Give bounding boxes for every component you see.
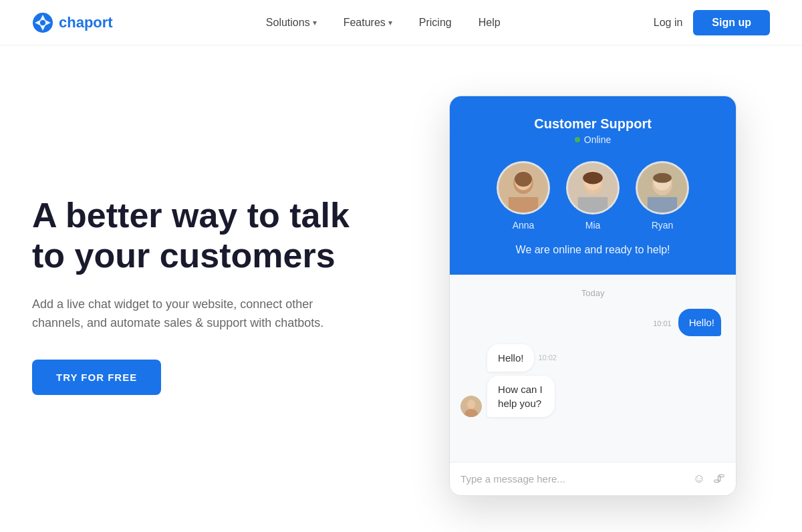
agent-ryan-avatar: [636, 161, 689, 215]
solutions-chevron-icon: ▾: [313, 18, 317, 27]
features-nav-item[interactable]: Features ▾: [333, 11, 403, 34]
agents-list: Anna: [463, 161, 722, 231]
logo-icon: [32, 12, 53, 33]
chat-input-placeholder[interactable]: Type a message here...: [460, 473, 693, 485]
attachment-icon[interactable]: 🖇: [713, 472, 725, 486]
help-nav-item[interactable]: Help: [468, 11, 511, 34]
agent-small-avatar: [460, 396, 482, 417]
hero-right: Customer Support Online: [416, 96, 770, 496]
incoming-bubble-2: How can I help you?: [487, 376, 555, 417]
chat-widget: Customer Support Online: [449, 96, 737, 496]
chat-footer: Type a message here... ☺ 🖇: [450, 462, 736, 495]
incoming-bubbles: Hello! 10:02 How can I help you?: [487, 344, 599, 417]
outgoing-time: 10:01: [653, 319, 672, 327]
incoming-message-group: Hello! 10:02 How can I help you?: [460, 344, 725, 417]
svg-point-1: [40, 20, 45, 25]
logo-text: chaport: [59, 14, 113, 31]
emoji-icon[interactable]: ☺: [693, 472, 705, 486]
try-for-free-button[interactable]: TRY FOR FREE: [32, 360, 161, 395]
agent-anna-avatar: [497, 161, 550, 215]
nav-links: Solutions ▾ Features ▾ Pricing Help: [255, 11, 511, 34]
incoming-message-row-1: Hello! 10:02 How can I help you?: [460, 344, 599, 417]
online-status-dot: [575, 137, 580, 142]
svg-point-5: [515, 171, 532, 186]
outgoing-bubble: Hello!: [678, 309, 722, 336]
login-link[interactable]: Log in: [654, 17, 683, 29]
incoming-bubble-1: Hello!: [487, 344, 534, 372]
incoming-bubble-row-1: Hello! 10:02: [487, 344, 599, 372]
logo[interactable]: chaport: [32, 12, 113, 33]
svg-point-19: [653, 172, 672, 182]
agent-anna-name: Anna: [513, 220, 535, 231]
pricing-nav-item[interactable]: Pricing: [408, 11, 462, 34]
online-status-text: Online: [584, 134, 611, 145]
incoming-time-1: 10:02: [538, 354, 557, 362]
hero-section: A better way to talk to your customers A…: [0, 45, 802, 532]
svg-point-21: [467, 400, 475, 409]
outgoing-message-row: 10:01 Hello!: [653, 309, 725, 336]
chat-header: Customer Support Online: [450, 96, 736, 275]
agent-mia-name: Mia: [585, 220, 601, 231]
agent-mia-avatar: [566, 161, 620, 215]
svg-point-13: [583, 171, 603, 184]
chat-widget-title: Customer Support: [463, 116, 722, 132]
navbar: chaport Solutions ▾ Features ▾ Pricing H…: [0, 0, 802, 45]
features-chevron-icon: ▾: [388, 18, 392, 27]
agent-anna: Anna: [497, 161, 550, 231]
hero-title: A better way to talk to your customers: [32, 196, 389, 276]
chat-footer-icons: ☺ 🖇: [693, 472, 725, 486]
svg-rect-7: [509, 196, 538, 212]
agent-ryan: Ryan: [636, 161, 689, 231]
signup-button[interactable]: Sign up: [693, 10, 770, 35]
agent-ryan-name: Ryan: [652, 220, 674, 231]
svg-rect-16: [648, 196, 677, 212]
svg-rect-10: [578, 196, 608, 212]
chat-tagline: We are online and ready to help!: [463, 244, 722, 256]
chat-status: Online: [463, 134, 722, 145]
agent-mia: Mia: [566, 161, 620, 231]
chat-body: Today 10:01 Hello!: [450, 275, 736, 462]
solutions-nav-item[interactable]: Solutions ▾: [255, 11, 327, 34]
nav-actions: Log in Sign up: [654, 10, 770, 35]
chat-date-separator: Today: [460, 288, 725, 298]
hero-description: Add a live chat widget to your website, …: [32, 295, 353, 334]
outgoing-message-group: 10:01 Hello!: [460, 309, 725, 336]
hero-left: A better way to talk to your customers A…: [32, 196, 416, 395]
